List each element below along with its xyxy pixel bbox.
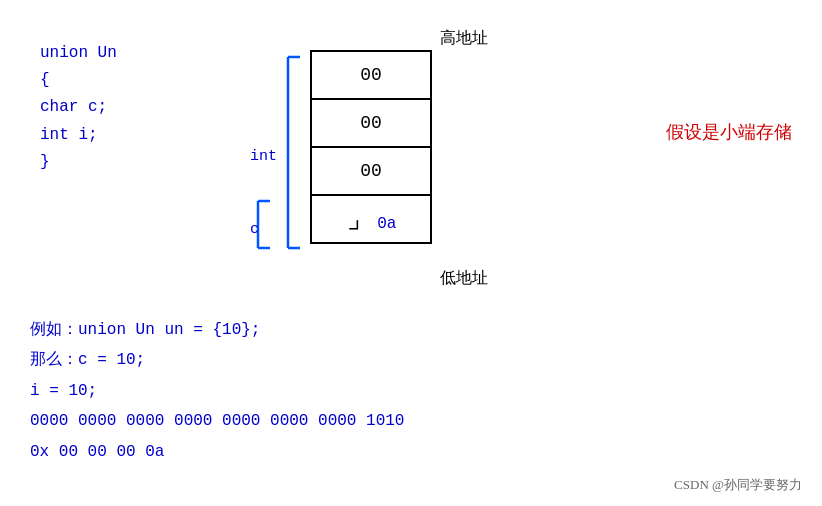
memory-cell-3: ⌟ 0a [311,195,431,243]
bottom-line-1: 例如：union Un un = {10}; [30,315,404,345]
bottom-text: 例如：union Un un = {10}; 那么：c = 10; i = 10… [30,315,404,467]
svg-text:c: c [250,221,259,238]
main-container: union Un { char c; int i; } 高地址 低地址 int … [0,0,822,506]
high-addr-label: 高地址 [440,28,488,49]
cell-value-0: 00 [360,65,382,85]
code-line-5: } [40,149,117,176]
memory-cell-0: 00 [311,51,431,99]
bracket-symbol: ⌟ [346,205,363,236]
bottom-line-5: 0x 00 00 00 0a [30,437,404,467]
brace-svg: int c [250,55,305,250]
memory-cell-2: 00 [311,147,431,195]
low-addr-label: 低地址 [440,268,488,289]
bottom-line-2: 那么：c = 10; [30,345,404,375]
memory-cell-1: 00 [311,99,431,147]
bottom-line-4: 0000 0000 0000 0000 0000 0000 0000 1010 [30,406,404,436]
cell-value-3: 0a [377,215,396,233]
svg-text:int: int [250,148,277,165]
code-line-1: union Un [40,40,117,67]
code-block: union Un { char c; int i; } [40,40,117,176]
code-line-2: { [40,67,117,94]
assumption-label: 假设是小端存储 [666,120,792,144]
watermark: CSDN @孙同学要努力 [674,476,802,494]
bottom-line-3: i = 10; [30,376,404,406]
cell-value-2: 00 [360,161,382,181]
code-line-4: int i; [40,122,117,149]
cell-value-1: 00 [360,113,382,133]
code-line-3: char c; [40,94,117,121]
memory-table: 00 00 00 ⌟ 0a [310,50,432,244]
